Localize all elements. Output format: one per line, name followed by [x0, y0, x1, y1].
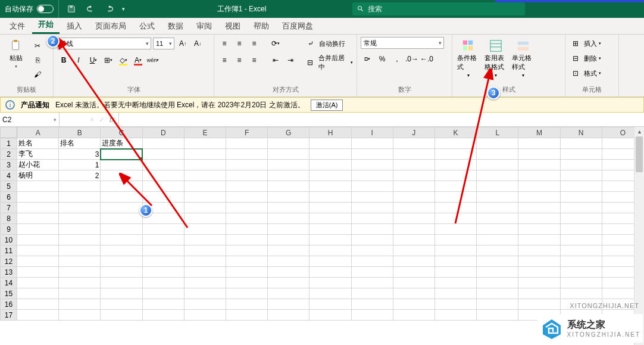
- cell-F11[interactable]: [226, 245, 268, 256]
- cell-C4[interactable]: [101, 170, 142, 181]
- cell-N13[interactable]: [560, 267, 602, 278]
- col-header-F[interactable]: F: [226, 128, 268, 138]
- cell-K6[interactable]: [434, 192, 476, 203]
- cell-I7[interactable]: [351, 203, 393, 213]
- tab-insert[interactable]: 插入: [61, 18, 88, 34]
- cell-A9[interactable]: [17, 224, 59, 235]
- row-header-2[interactable]: 2: [1, 149, 17, 160]
- tab-formula[interactable]: 公式: [133, 18, 161, 34]
- cell-I16[interactable]: [351, 299, 393, 310]
- cell-B1[interactable]: 排名: [59, 138, 101, 149]
- cell-M14[interactable]: [518, 278, 560, 288]
- search-input[interactable]: 搜索: [352, 2, 525, 15]
- cell-E7[interactable]: [184, 203, 226, 213]
- cell-styles-button[interactable]: 单元格样式▾: [511, 37, 536, 80]
- cell-E4[interactable]: [184, 170, 226, 181]
- row-header-12[interactable]: 12: [1, 256, 17, 267]
- cell-D15[interactable]: [142, 288, 184, 299]
- align-bottom-icon[interactable]: ≡: [248, 37, 261, 50]
- cell-J9[interactable]: [393, 224, 434, 235]
- row-header-10[interactable]: 10: [1, 235, 17, 245]
- cell-F5[interactable]: [226, 181, 268, 192]
- cell-H15[interactable]: [310, 288, 351, 299]
- cell-L17[interactable]: [477, 310, 518, 321]
- cell-E12[interactable]: [184, 256, 226, 267]
- cell-B7[interactable]: [59, 203, 101, 213]
- save-icon[interactable]: [65, 2, 78, 15]
- cell-E5[interactable]: [184, 181, 226, 192]
- cell-M13[interactable]: [518, 267, 560, 278]
- cell-L4[interactable]: [477, 170, 518, 181]
- indent-left-icon[interactable]: ⇤: [269, 54, 282, 67]
- cell-I3[interactable]: [351, 160, 393, 170]
- cell-L13[interactable]: [477, 267, 518, 278]
- col-header-N[interactable]: N: [560, 128, 602, 138]
- cell-E11[interactable]: [184, 245, 226, 256]
- cell-K5[interactable]: [434, 181, 476, 192]
- cell-A3[interactable]: 赵小花: [17, 160, 59, 170]
- spreadsheet-grid[interactable]: ABCDEFGHIJKLMNO1姓名排名进度条2李飞33赵小花14杨明25678…: [0, 127, 644, 345]
- cell-B3[interactable]: 1: [59, 160, 101, 170]
- cell-M9[interactable]: [518, 224, 560, 235]
- cell-H1[interactable]: [310, 138, 351, 149]
- cell-F14[interactable]: [226, 278, 268, 288]
- cell-J12[interactable]: [393, 256, 434, 267]
- cell-N12[interactable]: [560, 256, 602, 267]
- number-format-select[interactable]: 常规: [361, 37, 444, 49]
- cell-D11[interactable]: [142, 245, 184, 256]
- cell-J3[interactable]: [393, 160, 434, 170]
- cell-C10[interactable]: [101, 235, 142, 245]
- cell-L6[interactable]: [477, 192, 518, 203]
- cell-N2[interactable]: [560, 149, 602, 160]
- col-header-K[interactable]: K: [434, 128, 476, 138]
- cell-M15[interactable]: [518, 288, 560, 299]
- cell-G8[interactable]: [268, 213, 310, 224]
- cell-M5[interactable]: [518, 181, 560, 192]
- confirm-fx-icon[interactable]: ✓: [99, 116, 105, 124]
- cell-A6[interactable]: [17, 192, 59, 203]
- cell-K13[interactable]: [434, 267, 476, 278]
- row-header-3[interactable]: 3: [1, 160, 17, 170]
- cell-M2[interactable]: [518, 149, 560, 160]
- cell-N9[interactable]: [560, 224, 602, 235]
- cell-H10[interactable]: [310, 235, 351, 245]
- cell-N3[interactable]: [560, 160, 602, 170]
- vertical-scrollbar[interactable]: ▲ ▼: [634, 127, 644, 345]
- row-header-11[interactable]: 11: [1, 245, 17, 256]
- align-middle-icon[interactable]: ≡: [233, 37, 246, 50]
- increase-font-icon[interactable]: A↑: [176, 37, 189, 50]
- fx-icon[interactable]: fx: [110, 116, 115, 124]
- cell-D1[interactable]: [142, 138, 184, 149]
- cell-G10[interactable]: [268, 235, 310, 245]
- decrease-decimal-icon[interactable]: ←.0: [420, 52, 433, 66]
- cell-J17[interactable]: [393, 310, 434, 321]
- cell-F4[interactable]: [226, 170, 268, 181]
- cell-K16[interactable]: [434, 299, 476, 310]
- cell-G6[interactable]: [268, 192, 310, 203]
- align-top-icon[interactable]: ≡: [218, 37, 231, 50]
- cell-G13[interactable]: [268, 267, 310, 278]
- indent-right-icon[interactable]: ⇥: [284, 54, 297, 67]
- cell-N15[interactable]: [560, 288, 602, 299]
- cell-D16[interactable]: [142, 299, 184, 310]
- name-box[interactable]: C2: [0, 113, 60, 126]
- cell-L14[interactable]: [477, 278, 518, 288]
- cell-G12[interactable]: [268, 256, 310, 267]
- col-header-A[interactable]: A: [17, 128, 59, 138]
- cell-J1[interactable]: [393, 138, 434, 149]
- phonetic-button[interactable]: wén▾: [146, 54, 160, 67]
- cell-C3[interactable]: [101, 160, 142, 170]
- cell-A7[interactable]: [17, 203, 59, 213]
- tab-file[interactable]: 文件: [4, 18, 31, 34]
- decrease-font-icon[interactable]: A↓: [191, 37, 204, 50]
- cell-H13[interactable]: [310, 267, 351, 278]
- cell-I10[interactable]: [351, 235, 393, 245]
- cell-D14[interactable]: [142, 278, 184, 288]
- col-header-C[interactable]: C: [101, 128, 142, 138]
- cell-F2[interactable]: [226, 149, 268, 160]
- cell-G11[interactable]: [268, 245, 310, 256]
- cell-N14[interactable]: [560, 278, 602, 288]
- percent-icon[interactable]: %: [376, 52, 389, 66]
- cell-A13[interactable]: [17, 267, 59, 278]
- cell-C14[interactable]: [101, 278, 142, 288]
